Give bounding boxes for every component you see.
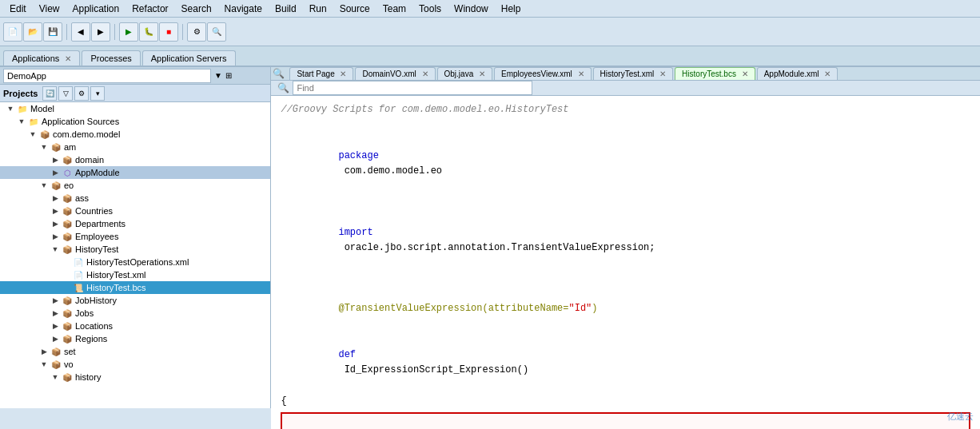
tab-obj-java[interactable]: Obj.java ✕ <box>437 67 492 80</box>
tab-processes[interactable]: Processes <box>82 50 140 66</box>
tab-application-servers[interactable]: Application Servers <box>142 50 236 66</box>
tree-countries[interactable]: ▶ 📦 Countries <box>0 205 270 217</box>
code-highlighted-block: (new oracle.jbo.server.SequenceImpl("SEQ… <box>281 412 970 429</box>
editor-content[interactable]: //Groovy Scripts for com.demo.model.eo.H… <box>271 96 980 429</box>
tab-start-close[interactable]: ✕ <box>340 70 346 78</box>
sidebar-more-btn[interactable]: ▾ <box>90 86 105 101</box>
tree-toggle-jobhistory[interactable]: ▶ <box>50 295 61 306</box>
tree-jobhistory[interactable]: ▶ 📦 JobHistory <box>0 294 270 307</box>
tree-com-demo-model[interactable]: ▼ 📦 com.demo.model <box>0 128 270 141</box>
tree-historytest[interactable]: ▼ 📦 HistoryTest <box>0 243 270 256</box>
tab-applications-close[interactable]: ✕ <box>65 54 71 63</box>
tree-toggle-historytest[interactable]: ▼ <box>50 244 61 255</box>
tree-ass[interactable]: ▶ 📦 ass <box>0 192 270 205</box>
tab-obj-close[interactable]: ✕ <box>479 70 485 78</box>
tree-toggle-depts[interactable]: ▶ <box>50 218 61 229</box>
save-button[interactable]: 💾 <box>43 22 62 42</box>
sidebar-filter-btn[interactable]: ▽ <box>58 86 73 101</box>
tree-toggle-countries[interactable]: ▶ <box>50 205 61 216</box>
tree-historytest-ops[interactable]: 📄 HistoryTestOperations.xml <box>0 256 270 268</box>
code-import-path: oracle.jbo.script.annotation.TransientVa… <box>338 242 655 253</box>
tab-applications[interactable]: Applications ✕ <box>3 50 80 66</box>
menu-team[interactable]: Team <box>376 2 412 16</box>
menu-refactor[interactable]: Refactor <box>125 2 174 16</box>
tab-historytest-xml-close[interactable]: ✕ <box>659 70 666 78</box>
tree-set[interactable]: ▶ 📦 set <box>0 345 270 358</box>
tree-toggle-domain[interactable]: ▶ <box>50 154 61 165</box>
tree-history[interactable]: ▼ 📦 history <box>0 371 270 383</box>
tree-toggle-appmodule[interactable]: ▶ <box>50 167 61 178</box>
toolbar-sep-1 <box>66 24 67 40</box>
tree-model[interactable]: ▼ 📁 Model <box>0 102 270 115</box>
menu-build[interactable]: Build <box>269 2 303 16</box>
menu-application[interactable]: Application <box>66 2 125 16</box>
keyword-package: package <box>338 150 378 161</box>
forward-button[interactable]: ▶ <box>91 22 110 42</box>
back-button[interactable]: ◀ <box>71 22 90 42</box>
tab-domainvo[interactable]: DomainVO.xml ✕ <box>355 67 435 80</box>
tree-toggle-am[interactable]: ▼ <box>38 141 50 153</box>
menu-navigate[interactable]: Navigate <box>218 2 269 16</box>
tree-domain[interactable]: ▶ 📦 domain <box>0 153 270 166</box>
tree-jobs[interactable]: ▶ 📦 Jobs <box>0 307 270 320</box>
menu-help[interactable]: Help <box>495 2 528 16</box>
stop-button[interactable]: ■ <box>159 22 178 42</box>
tree-toggle-employees[interactable]: ▶ <box>50 231 61 242</box>
tree-toggle-htxml <box>61 269 72 280</box>
tab-historytest-bcs-close[interactable]: ✕ <box>742 70 748 78</box>
toolbar-btn-6[interactable]: 🔍 <box>207 22 226 42</box>
tree-toggle-jobs[interactable]: ▶ <box>50 308 61 319</box>
tree-appmodule[interactable]: ▶ ⬡ AppModule <box>0 166 270 179</box>
tree-regions[interactable]: ▶ 📦 Regions <box>0 332 270 345</box>
search-input[interactable] <box>293 81 532 95</box>
code-line-annotation: @TransientValueExpression(attributeName=… <box>281 286 970 332</box>
tree-vo[interactable]: ▼ 📦 vo <box>0 358 270 371</box>
tree-am[interactable]: ▼ 📦 am <box>0 141 270 153</box>
expand-icon[interactable]: ⊞ <box>225 71 232 80</box>
open-button[interactable]: 📂 <box>23 22 42 42</box>
tree-historytest-bcs[interactable]: 📜 HistoryTest.bcs <box>0 281 270 294</box>
tree-toggle-appsrc[interactable]: ▼ <box>16 116 27 127</box>
tree-toggle-eo[interactable]: ▼ <box>38 180 50 191</box>
tab-historytest-bcs[interactable]: HistoryTest.bcs ✕ <box>675 67 755 80</box>
sidebar-settings-btn[interactable]: ⚙ <box>74 86 89 101</box>
tree-departments[interactable]: ▶ 📦 Departments <box>0 217 270 230</box>
tab-appmodule-close[interactable]: ✕ <box>824 70 831 78</box>
tree-employees[interactable]: ▶ 📦 Employees <box>0 230 270 243</box>
menu-edit[interactable]: Edit <box>3 2 33 16</box>
tree-toggle-locations[interactable]: ▶ <box>50 320 61 332</box>
tree-toggle-vo[interactable]: ▼ <box>38 359 50 370</box>
sidebar-toolbar: Projects 🔄 ▽ ⚙ ▾ <box>0 85 270 102</box>
tab-historytest-xml[interactable]: HistoryTest.xml ✕ <box>593 67 674 80</box>
groovy-icon-htbcs: 📜 <box>72 282 85 293</box>
tree-toggle-pkg1[interactable]: ▼ <box>27 129 38 140</box>
menu-tools[interactable]: Tools <box>412 2 448 16</box>
menu-source[interactable]: Source <box>333 2 376 16</box>
tree-app-sources[interactable]: ▼ 📁 Application Sources <box>0 115 270 128</box>
sidebar: ▼ ⊞ Projects 🔄 ▽ ⚙ ▾ ▼ 📁 Model ▼ 📁 Appli… <box>0 67 271 408</box>
menu-run[interactable]: Run <box>303 2 333 16</box>
tab-domainvo-close[interactable]: ✕ <box>422 70 428 78</box>
tree-historytest-xml[interactable]: 📄 HistoryTest.xml <box>0 268 270 281</box>
tree-locations[interactable]: ▶ 📦 Locations <box>0 320 270 332</box>
toolbar-btn-5[interactable]: ⚙ <box>187 22 206 42</box>
tab-start-page[interactable]: Start Page ✕ <box>289 67 353 80</box>
menu-search[interactable]: Search <box>175 2 218 16</box>
tree-toggle-regions[interactable]: ▶ <box>50 333 61 344</box>
tree-toggle-ass[interactable]: ▶ <box>50 193 61 204</box>
tree-toggle-set[interactable]: ▶ <box>38 346 50 357</box>
run-button[interactable]: ▶ <box>119 22 138 42</box>
tree-toggle-history[interactable]: ▼ <box>50 371 61 383</box>
tab-appmodule-xml[interactable]: AppModule.xml ✕ <box>757 67 839 80</box>
tree-eo[interactable]: ▼ 📦 eo <box>0 179 270 192</box>
new-button[interactable]: 📄 <box>3 22 22 42</box>
debug-button[interactable]: 🐛 <box>139 22 158 42</box>
sidebar-sync-btn[interactable]: 🔄 <box>42 86 57 101</box>
tab-employees-close[interactable]: ✕ <box>578 70 584 78</box>
tree-toggle-model[interactable]: ▼ <box>5 103 16 114</box>
menu-view[interactable]: View <box>33 2 66 16</box>
dropdown-arrow[interactable]: ▼ <box>214 71 222 80</box>
project-dropdown[interactable] <box>3 69 211 83</box>
tab-employeesview[interactable]: EmployeesView.xml ✕ <box>494 67 592 80</box>
menu-window[interactable]: Window <box>448 2 495 16</box>
